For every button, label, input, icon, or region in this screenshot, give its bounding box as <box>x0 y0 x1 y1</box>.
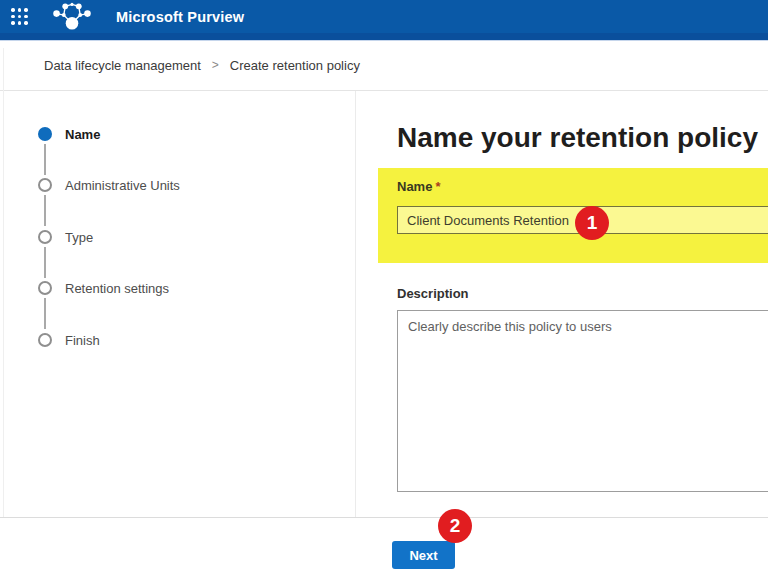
breadcrumb-link-data-lifecycle-management[interactable]: Data lifecycle management <box>44 58 201 73</box>
step-dot-icon <box>38 178 52 192</box>
page-title: Name your retention policy <box>397 121 758 155</box>
step-connector-line <box>44 298 46 329</box>
step-connector-line <box>44 144 46 175</box>
step-label: Name <box>65 127 100 142</box>
purview-logo-icon <box>52 2 92 31</box>
step-label: Administrative Units <box>65 178 180 193</box>
step-dot-icon <box>38 333 52 347</box>
app-launcher-icon[interactable] <box>10 7 29 26</box>
step-connector-line <box>44 247 46 278</box>
wizard-step-type[interactable]: Type <box>38 230 93 244</box>
wizard-step-administrative-units[interactable]: Administrative Units <box>38 178 180 192</box>
name-field-label: Name* <box>397 179 440 194</box>
name-label-text: Name <box>397 179 432 194</box>
next-button[interactable]: Next <box>392 541 455 569</box>
step-dot-icon <box>38 230 52 244</box>
breadcrumb-current-page: Create retention policy <box>230 58 360 73</box>
app-title: Microsoft Purview <box>116 9 244 25</box>
wizard-form-pane: Name your retention policy Name* Descrip… <box>356 91 768 517</box>
step-dot-icon <box>38 281 52 295</box>
top-app-bar: Microsoft Purview <box>0 0 768 33</box>
annotation-badge-2: 2 <box>438 509 472 543</box>
step-label: Type <box>65 230 93 245</box>
wizard-step-retention-settings[interactable]: Retention settings <box>38 281 169 295</box>
step-label: Finish <box>65 333 100 348</box>
purview-window: Microsoft Purview Data lifecycle managem… <box>0 0 768 574</box>
policy-description-textarea[interactable] <box>397 310 768 492</box>
step-dot-icon <box>38 127 52 141</box>
wizard-step-name[interactable]: Name <box>38 127 100 141</box>
description-field-label: Description <box>397 286 469 301</box>
top-bar-accent-strip <box>0 33 768 40</box>
wizard-step-finish[interactable]: Finish <box>38 333 100 347</box>
annotation-badge-1: 1 <box>575 206 609 240</box>
wizard-steps-rail: Name Administrative Units Type Retention… <box>0 91 356 517</box>
wizard-footer: Next <box>0 517 768 574</box>
step-connector-line <box>44 195 46 226</box>
required-asterisk: * <box>435 179 440 194</box>
wizard-content: Name Administrative Units Type Retention… <box>0 91 768 517</box>
name-field-highlight: Name* <box>378 168 768 263</box>
step-label: Retention settings <box>65 281 169 296</box>
breadcrumb: Data lifecycle management > Create reten… <box>0 41 768 91</box>
chevron-right-icon: > <box>212 58 219 72</box>
